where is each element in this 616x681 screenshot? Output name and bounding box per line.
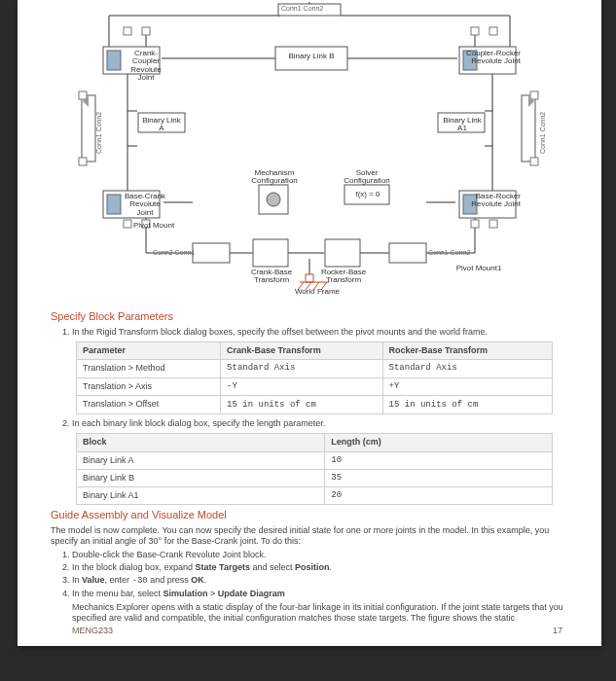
svg-rect-40 — [253, 239, 288, 267]
svg-rect-39 — [193, 243, 230, 263]
svg-rect-54 — [124, 27, 131, 35]
fx-label: f(x) = 0 — [348, 191, 387, 198]
specify-header: Specify Block Parameters — [51, 310, 568, 324]
svg-point-47 — [267, 193, 280, 206]
guide-step-3: In Value, enter -30 and press OK. — [72, 575, 568, 587]
conn-right-label: Conn1 Conn2 — [428, 249, 470, 256]
step-2: In each binary link block dialog box, sp… — [72, 418, 568, 505]
footer-page: 17 — [553, 626, 562, 636]
length-table: Block Length (cm) Binary Link A10 Binary… — [76, 433, 553, 505]
svg-rect-56 — [471, 27, 479, 35]
svg-rect-55 — [142, 27, 150, 35]
base-crank-label: Base-Crank Revolute Joint — [123, 193, 167, 217]
simulink-diagram: Conn1 Conn2 Crank-Coupler Revolute Joint… — [37, 0, 582, 305]
guide-header: Guide Assembly and Visualize Model — [51, 509, 568, 522]
svg-rect-64 — [530, 91, 538, 99]
conn-left-label: Conn2 Conn1 — [153, 249, 195, 256]
guide-step-4: In the menu bar, select Simulation > Upd… — [72, 589, 568, 599]
svg-rect-57 — [489, 27, 497, 35]
top-ports-label: Conn1 Conn2 — [281, 5, 323, 12]
svg-rect-62 — [79, 91, 87, 99]
svg-rect-65 — [530, 158, 538, 165]
rocker-base-transform-label: Rocker-Base Transform — [319, 269, 368, 285]
binary-link-a1-label: Binary Link A1 — [439, 117, 486, 133]
footer-left: MENG233 — [72, 626, 113, 636]
svg-rect-60 — [471, 220, 479, 228]
pivot-mount-left-label: Pivot Mount — [125, 222, 183, 230]
svg-rect-45 — [107, 195, 121, 214]
crank-base-transform-label: Crank-Base Transform — [247, 269, 296, 285]
guide-intro: The model is now complete. You can now s… — [51, 525, 568, 548]
svg-rect-42 — [389, 243, 426, 263]
svg-rect-61 — [489, 220, 497, 228]
guide-tail: Mechanics Explorer opens with a static d… — [72, 602, 568, 625]
diagram-svg — [37, 0, 582, 305]
binary-link-b-label: Binary Link B — [280, 53, 343, 60]
svg-rect-63 — [79, 158, 87, 165]
step-1: In the Rigid Transform block dialog boxe… — [72, 327, 568, 414]
transform-table: Parameter Crank-Base Transform Rocker-Ba… — [76, 341, 553, 414]
base-rocker-label: Base-Rocker Revolute Joint — [462, 193, 521, 209]
solver-config-label: Solver Configuration — [335, 169, 399, 186]
guide-step-2: In the block dialog box, expand State Ta… — [72, 562, 568, 573]
coupler-rocker-label: Coupler-Rocker Revolute Joint — [462, 50, 521, 66]
pivot-mount-right-label: Pivot Mount1 — [446, 265, 512, 272]
svg-rect-41 — [325, 239, 360, 267]
mech-config-label: Mechanism Configuration — [247, 169, 302, 186]
svg-rect-43 — [107, 51, 121, 70]
left-side-ports-label: Conn1 Conn2 — [95, 112, 102, 154]
svg-rect-53 — [306, 274, 313, 282]
binary-link-a-label: Binary Link A — [140, 117, 183, 133]
guide-step-1: Double-click the Base-Crank Revolute Joi… — [72, 550, 568, 560]
crank-coupler-label: Crank-Coupler Revolute Joint — [123, 50, 169, 83]
right-side-ports-label: Conn1 Conn2 — [539, 112, 546, 154]
world-frame-label: World Frame — [288, 288, 346, 296]
